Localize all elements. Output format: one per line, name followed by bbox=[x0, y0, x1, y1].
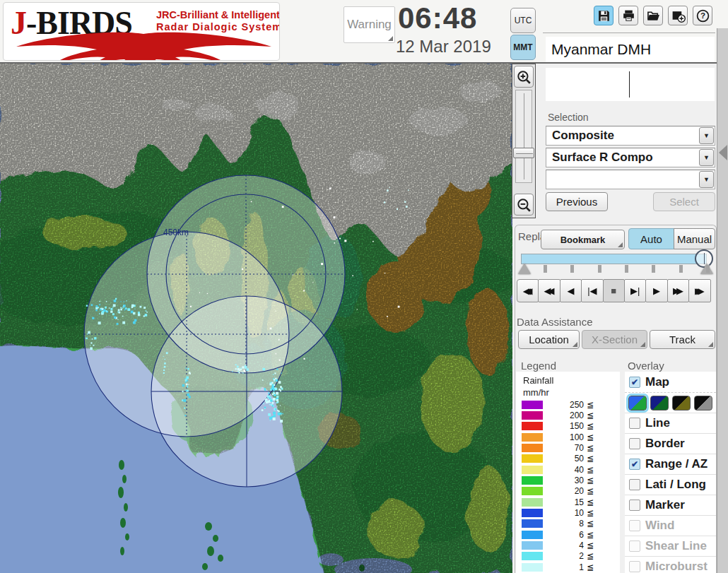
step-back-button[interactable]: |◀ bbox=[581, 279, 603, 302]
overlay-item-label: Microburst bbox=[645, 560, 708, 573]
stop-button[interactable]: ■ bbox=[603, 279, 625, 302]
legend-color-swatch bbox=[522, 433, 543, 442]
less-equal-symbol: ≦ bbox=[587, 497, 594, 507]
zoom-out-button[interactable] bbox=[514, 194, 534, 215]
checkbox-icon bbox=[629, 561, 640, 572]
legend-title: Rainfall bbox=[523, 375, 553, 386]
data-assistance-label: Data Assistance bbox=[517, 316, 593, 328]
timeline-tick bbox=[598, 265, 601, 273]
legend-row: 2≦ bbox=[516, 551, 620, 562]
range-start-marker[interactable] bbox=[518, 264, 531, 274]
location-button[interactable]: Location bbox=[518, 330, 580, 349]
clock-time: 06:48 bbox=[398, 1, 504, 35]
legend-threshold-value: 200 bbox=[543, 410, 584, 420]
panel-scrollbar[interactable] bbox=[717, 28, 728, 573]
checkbox-icon[interactable] bbox=[629, 479, 640, 490]
overlay-item-border[interactable]: Border bbox=[625, 433, 716, 454]
print-button[interactable] bbox=[618, 6, 638, 25]
radar-map-canvas: 450km bbox=[0, 64, 512, 573]
replay-auto-button[interactable]: Auto bbox=[628, 228, 674, 249]
add-image-button[interactable] bbox=[668, 6, 688, 25]
legend-row: 30≦ bbox=[516, 475, 620, 485]
rewind-double-button[interactable]: ◀◀ bbox=[538, 279, 560, 302]
less-equal-symbol: ≦ bbox=[587, 540, 594, 550]
checkbox-icon[interactable] bbox=[629, 438, 640, 449]
replay-timeline-slider[interactable] bbox=[521, 254, 707, 264]
checkbox-icon bbox=[629, 540, 640, 552]
track-button[interactable]: Track bbox=[650, 330, 715, 349]
map-style-swatch-3[interactable] bbox=[672, 396, 691, 410]
overlay-item-range-az[interactable]: ✔Range / AZ bbox=[625, 454, 716, 474]
overlay-item-marker[interactable]: Marker bbox=[625, 495, 716, 515]
overlay-list: ✔MapLineBorder✔Range / AZLati / LongMark… bbox=[625, 372, 716, 573]
timeline-cursor bbox=[629, 71, 630, 98]
legend-row: 4≦ bbox=[516, 540, 620, 550]
legend-threshold-value: 250 bbox=[543, 400, 584, 410]
legend-color-swatch bbox=[522, 401, 543, 409]
magnifier-plus-icon bbox=[516, 69, 532, 85]
map-style-swatch-1[interactable] bbox=[628, 396, 647, 410]
select-button[interactable]: Select bbox=[653, 192, 715, 211]
timezone-mmt-button[interactable]: MMT bbox=[510, 35, 536, 60]
less-equal-symbol: ≦ bbox=[587, 432, 594, 442]
warning-label: Warning bbox=[347, 18, 392, 32]
category-dropdown[interactable]: Composite ▼ bbox=[546, 126, 715, 146]
legend-color-swatch bbox=[522, 541, 543, 550]
legend-threshold-value: 150 bbox=[543, 421, 584, 431]
range-distance-label: 450km bbox=[163, 228, 189, 237]
forward-double-button[interactable]: ▶▶ bbox=[667, 279, 689, 302]
legend-threshold-value: 15 bbox=[543, 497, 584, 507]
collapse-arrow-icon[interactable] bbox=[719, 145, 727, 160]
rewind-triple-button[interactable]: ◀◀◀ bbox=[517, 279, 539, 302]
clock-date: 12 Mar 2019 bbox=[396, 37, 509, 57]
overlay-item-label: Marker bbox=[645, 498, 685, 512]
forward-triple-button[interactable]: ▶▶▶ bbox=[688, 279, 710, 302]
checkbox-icon[interactable]: ✔ bbox=[629, 377, 640, 388]
product-dropdown[interactable]: Surface R Compo ▼ bbox=[546, 148, 715, 167]
save-button[interactable] bbox=[594, 6, 613, 25]
open-folder-button[interactable] bbox=[643, 6, 663, 25]
play-button[interactable]: ▶ bbox=[645, 279, 667, 302]
checkbox-icon[interactable] bbox=[629, 500, 640, 511]
legend-row: 40≦ bbox=[516, 464, 620, 475]
save-icon bbox=[597, 8, 611, 23]
map-style-swatch-2[interactable] bbox=[650, 396, 669, 410]
overlay-item-line[interactable]: Line bbox=[625, 413, 716, 433]
overlay-item-label: Line bbox=[645, 416, 670, 430]
legend-threshold-value: 10 bbox=[543, 508, 584, 518]
warning-button[interactable]: Warning bbox=[344, 6, 395, 43]
step-forward-button[interactable]: ▶| bbox=[624, 279, 646, 302]
chevron-down-icon[interactable]: ▼ bbox=[699, 127, 714, 144]
print-icon bbox=[621, 8, 636, 23]
toolbar: ? bbox=[594, 6, 712, 25]
zoom-in-button[interactable] bbox=[514, 66, 534, 88]
overlay-item-map[interactable]: ✔Map bbox=[625, 372, 716, 392]
selection-label: Selection bbox=[548, 112, 589, 123]
legend-row: 150≦ bbox=[516, 421, 620, 432]
less-equal-symbol: ≦ bbox=[587, 508, 594, 518]
zoom-slider[interactable] bbox=[515, 90, 532, 183]
x-section-button[interactable]: X-Section bbox=[582, 330, 647, 349]
replay-manual-button[interactable]: Manual bbox=[674, 228, 715, 249]
map-style-swatch-4[interactable] bbox=[694, 396, 712, 410]
bookmark-button[interactable]: Bookmark bbox=[541, 230, 625, 249]
less-equal-symbol: ≦ bbox=[587, 410, 594, 420]
zoom-slider-handle[interactable] bbox=[513, 148, 534, 158]
legend-scale: 250≦200≦150≦100≦70≦50≦40≦30≦20≦15≦10≦8≦6… bbox=[516, 399, 620, 573]
less-equal-symbol: ≦ bbox=[587, 530, 594, 540]
corner-triangle-icon bbox=[640, 342, 645, 347]
legend-color-swatch bbox=[522, 552, 543, 560]
overlay-item-lati-long[interactable]: Lati / Long bbox=[625, 474, 716, 495]
chevron-down-icon[interactable]: ▼ bbox=[699, 149, 714, 166]
chevron-down-icon[interactable]: ▼ bbox=[699, 171, 714, 188]
play-reverse-button[interactable]: ◀ bbox=[560, 279, 582, 302]
checkbox-icon[interactable] bbox=[629, 418, 640, 429]
previous-button[interactable]: Previous bbox=[546, 192, 608, 211]
legend-color-swatch bbox=[522, 519, 543, 528]
map-display[interactable]: 450km bbox=[0, 64, 512, 573]
option-dropdown[interactable]: ▼ bbox=[546, 170, 715, 189]
help-button[interactable]: ? bbox=[693, 6, 712, 25]
overlay-item-label: Border bbox=[645, 437, 685, 451]
timezone-utc-button[interactable]: UTC bbox=[510, 8, 536, 33]
checkbox-icon[interactable]: ✔ bbox=[629, 459, 640, 470]
